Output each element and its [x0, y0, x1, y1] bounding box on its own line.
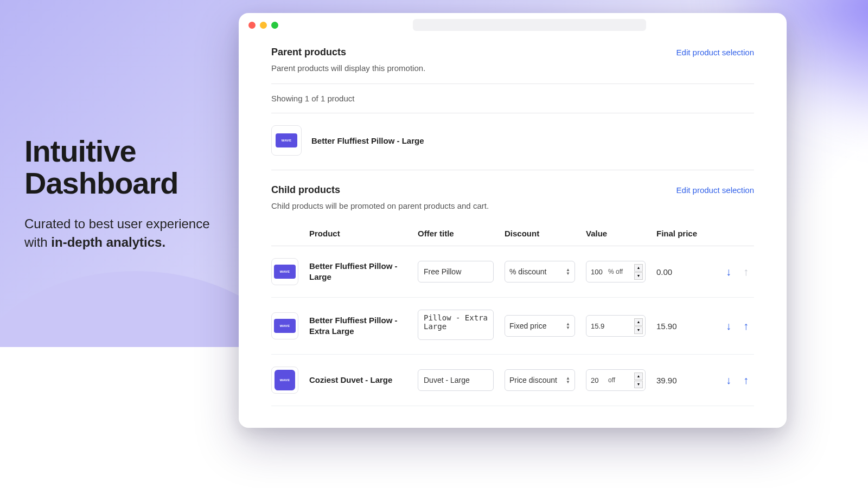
- col-product: Product: [309, 229, 418, 238]
- hero-subtitle: Curated to best user experience with in-…: [24, 215, 220, 253]
- product-name: Better Fluffiest Pillow - Large: [311, 136, 424, 145]
- discount-type-select[interactable]: % discount▲▼: [505, 261, 575, 282]
- child-title: Child products: [271, 184, 340, 196]
- value-stepper: ▲▼: [634, 318, 643, 334]
- close-icon[interactable]: [248, 22, 256, 29]
- child-product-row: WAVECoziest Duvet - LargePrice discount▲…: [271, 355, 754, 406]
- parent-desc: Parent products will display this promot…: [271, 63, 754, 73]
- stepper-down-button[interactable]: ▼: [634, 326, 643, 334]
- chevron-updown-icon: ▲▼: [566, 376, 570, 384]
- offer-title-input[interactable]: [418, 369, 494, 391]
- final-price: 15.90: [656, 322, 705, 331]
- stepper-up-button[interactable]: ▲: [634, 264, 643, 272]
- move-down-icon[interactable]: ↓: [726, 374, 731, 387]
- divider: [271, 113, 754, 113]
- child-desc: Child products will be promoted on paren…: [271, 201, 754, 210]
- move-down-icon[interactable]: ↓: [726, 266, 731, 278]
- product-thumbnail: WAVE: [271, 312, 298, 339]
- value-input-group: off▲▼: [586, 369, 646, 391]
- app-window: Parent products Edit product selection P…: [239, 13, 787, 428]
- divider: [271, 84, 754, 84]
- move-up-icon[interactable]: ↑: [743, 374, 749, 387]
- child-product-row: WAVEBetter Fluffiest Pillow - Extra Larg…: [271, 298, 754, 355]
- parent-product-row: WAVE Better Fluffiest Pillow - Large: [271, 123, 754, 170]
- hero: Intuitive Dashboard Curated to best user…: [24, 136, 220, 252]
- value-suffix: off: [608, 376, 634, 384]
- value-stepper: ▲▼: [634, 264, 643, 280]
- maximize-icon[interactable]: [271, 22, 278, 29]
- edit-child-selection-link[interactable]: Edit product selection: [676, 185, 754, 195]
- chevron-updown-icon: ▲▼: [566, 268, 570, 275]
- product-name: Better Fluffiest Pillow - Extra Large: [309, 315, 418, 337]
- edit-parent-selection-link[interactable]: Edit product selection: [676, 48, 754, 57]
- stepper-up-button[interactable]: ▲: [634, 318, 643, 326]
- col-final: Final price: [656, 229, 705, 238]
- final-price: 0.00: [656, 267, 705, 277]
- value-input[interactable]: [591, 376, 608, 384]
- wave-duvet-icon: WAVE: [275, 370, 295, 390]
- move-down-icon[interactable]: ↓: [726, 320, 731, 332]
- product-name: Coziest Duvet - Large: [309, 375, 418, 386]
- parent-section-head: Parent products Edit product selection: [271, 47, 754, 58]
- value-suffix: % off: [608, 268, 634, 275]
- move-up-icon[interactable]: ↑: [743, 320, 749, 332]
- value-input[interactable]: [591, 322, 608, 330]
- value-input-group: % off▲▼: [586, 261, 646, 282]
- product-thumbnail: WAVE: [271, 125, 302, 156]
- window-titlebar: [239, 13, 787, 37]
- wave-pillow-icon: WAVE: [274, 265, 296, 279]
- col-offer: Offer title: [418, 229, 505, 238]
- discount-type-select[interactable]: Fixed price▲▼: [505, 315, 575, 337]
- wave-pillow-icon: WAVE: [274, 319, 296, 333]
- product-thumbnail: WAVE: [271, 258, 298, 285]
- parent-showing-count: Showing 1 of 1 product: [271, 94, 754, 103]
- parent-title: Parent products: [271, 47, 346, 58]
- product-thumbnail: WAVE: [271, 367, 298, 394]
- offer-title-input[interactable]: [418, 261, 494, 282]
- col-value: Value: [586, 229, 656, 238]
- chevron-updown-icon: ▲▼: [566, 322, 570, 330]
- hero-title: Intuitive Dashboard: [24, 136, 220, 200]
- col-discount: Discount: [505, 229, 586, 238]
- final-price: 39.90: [656, 376, 705, 385]
- address-bar[interactable]: [413, 19, 646, 31]
- minimize-icon[interactable]: [260, 22, 267, 29]
- child-section-head: Child products Edit product selection: [271, 184, 754, 196]
- stepper-down-button[interactable]: ▼: [634, 381, 643, 388]
- child-table-header: Product Offer title Discount Value Final…: [271, 221, 754, 246]
- child-product-row: WAVEBetter Fluffiest Pillow - Large% dis…: [271, 246, 754, 298]
- stepper-up-button[interactable]: ▲: [634, 373, 643, 380]
- product-name: Better Fluffiest Pillow - Large: [309, 261, 418, 283]
- wave-pillow-icon: WAVE: [276, 133, 297, 147]
- value-input[interactable]: [591, 268, 608, 276]
- content: Parent products Edit product selection P…: [239, 37, 787, 428]
- offer-title-input[interactable]: [418, 310, 494, 340]
- stepper-down-button[interactable]: ▼: [634, 272, 643, 280]
- value-stepper: ▲▼: [634, 373, 643, 388]
- value-input-group: ▲▼: [586, 315, 646, 337]
- discount-type-select[interactable]: Price discount▲▼: [505, 369, 575, 391]
- move-up-icon: ↑: [743, 266, 749, 278]
